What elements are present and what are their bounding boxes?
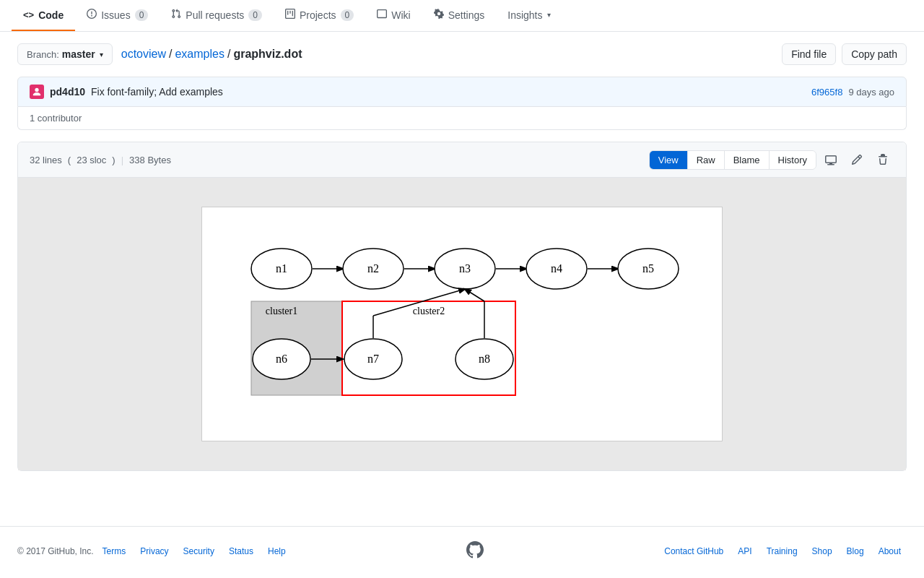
nav-item-wiki[interactable]: Wiki [365,0,422,31]
nav-label-settings: Settings [448,9,485,21]
file-actions: Find file Copy path [782,43,907,65]
graphviz-svg: n1 n2 n3 n4 [231,229,693,417]
repo-nav: <> Code Issues 0 Pull requests 0 Project… [0,0,924,32]
branch-name: master [62,48,95,60]
commit-info: pd4d10 Fix font-family; Add examples [30,85,223,99]
file-size: 338 Bytes [129,155,171,165]
branch-dropdown-icon: ▾ [100,51,103,59]
file-sloc: 23 sloc [77,155,106,165]
blame-button[interactable]: Blame [725,151,770,169]
svg-text:n6: n6 [276,353,287,365]
nav-item-projects[interactable]: Projects 0 [274,0,365,31]
commit-sha[interactable]: 6f965f8 [811,87,842,98]
contributor-count: 1 contributor [30,113,82,124]
footer-link-blog[interactable]: Blog [847,546,864,556]
breadcrumb-sep2: / [227,48,230,61]
footer-link-terms[interactable]: Terms [103,546,126,556]
svg-text:n8: n8 [479,353,490,365]
view-button[interactable]: View [650,151,688,169]
file-viewer-header: 32 lines ( 23 sloc ) | 338 Bytes View Ra… [18,142,906,178]
svg-text:cluster2: cluster2 [413,306,445,316]
wiki-icon [377,9,387,21]
avatar [30,85,44,99]
main-container: Branch: master ▾ octoview / examples / g… [0,32,924,483]
footer-center [466,541,484,561]
nav-item-issues[interactable]: Issues 0 [75,0,160,31]
footer-link-security[interactable]: Security [183,546,214,556]
footer-link-status[interactable]: Status [229,546,253,556]
nav-label-issues: Issues [101,9,130,21]
projects-badge: 0 [341,9,354,21]
nav-item-code[interactable]: <> Code [12,0,75,31]
pull-request-icon [171,9,181,21]
file-meta: 32 lines ( 23 sloc ) | 338 Bytes [30,155,171,165]
svg-text:n1: n1 [276,262,287,275]
footer-link-training[interactable]: Training [767,546,798,556]
commit-row: pd4d10 Fix font-family; Add examples 6f9… [17,77,907,107]
footer-link-privacy[interactable]: Privacy [140,546,168,556]
footer: © 2017 GitHub, Inc. Terms Privacy Securi… [0,526,924,575]
issues-badge: 0 [135,9,149,21]
breadcrumb-sep1: / [169,48,172,61]
svg-text:n2: n2 [367,262,379,275]
commit-username: pd4d10 [50,86,85,98]
trash-icon [877,154,889,165]
view-btn-group: View Raw Blame History [649,150,816,170]
nav-label-insights: Insights [507,9,542,21]
display-button[interactable] [819,148,842,171]
issues-icon [87,9,97,21]
delete-button[interactable] [871,148,894,171]
file-path-row: Branch: master ▾ octoview / examples / g… [17,43,907,65]
history-button[interactable]: History [770,151,816,169]
footer-link-help[interactable]: Help [268,546,286,556]
footer-left: © 2017 GitHub, Inc. Terms Privacy Securi… [17,546,292,556]
graph-visualization: n1 n2 n3 n4 [201,207,723,441]
nav-label-wiki: Wiki [391,9,410,21]
code-icon: <> [23,9,34,20]
insights-dropdown-icon: ▾ [547,11,551,19]
footer-link-about[interactable]: About [879,546,901,556]
svg-text:n5: n5 [642,262,654,275]
file-meta-sep: | [121,155,123,165]
branch-label: Branch: [27,49,59,60]
file-lines: 32 lines [30,155,62,165]
svg-line-28 [465,289,484,301]
nav-label-projects: Projects [300,9,336,21]
file-meta-paren2: ) [112,155,115,165]
nav-item-pull-requests[interactable]: Pull requests 0 [160,0,274,31]
find-file-button[interactable]: Find file [782,43,836,65]
svg-text:n3: n3 [459,262,471,275]
display-icon [825,154,837,165]
edit-button[interactable] [845,148,868,171]
nav-item-insights[interactable]: Insights ▾ [496,0,562,31]
settings-icon [434,9,444,21]
raw-button[interactable]: Raw [688,151,725,169]
nav-label-code: Code [38,9,64,21]
breadcrumb-repo[interactable]: octoview [121,48,166,61]
nav-item-settings[interactable]: Settings [422,0,497,31]
github-logo [466,541,484,558]
pull-requests-badge: 0 [248,9,262,21]
footer-link-api[interactable]: API [738,546,751,556]
footer-right: Contact GitHub API Training Shop Blog Ab… [658,546,907,556]
file-content: n1 n2 n3 n4 [18,178,906,470]
svg-text:n4: n4 [551,262,562,275]
copyright: © 2017 GitHub, Inc. [17,546,94,556]
contributor-row: 1 contributor [17,107,907,130]
svg-text:cluster1: cluster1 [266,306,297,316]
commit-time: 9 days ago [848,87,894,98]
branch-selector[interactable]: Branch: master ▾ [17,43,113,65]
file-viewer: 32 lines ( 23 sloc ) | 338 Bytes View Ra… [17,142,907,471]
nav-label-pull-requests: Pull requests [186,9,244,21]
breadcrumb-folder[interactable]: examples [175,48,224,61]
projects-icon [285,9,295,21]
copy-path-button[interactable]: Copy path [842,43,907,65]
footer-link-contact[interactable]: Contact GitHub [664,546,723,556]
pencil-icon [851,154,863,165]
file-meta-paren: ( [68,155,71,165]
footer-link-shop[interactable]: Shop [812,546,832,556]
breadcrumb: octoview / examples / graphviz.dot [121,48,302,61]
commit-message: Fix font-family; Add examples [91,86,223,98]
breadcrumb-file: graphviz.dot [233,48,302,61]
commit-meta: 6f965f8 9 days ago [811,87,894,98]
